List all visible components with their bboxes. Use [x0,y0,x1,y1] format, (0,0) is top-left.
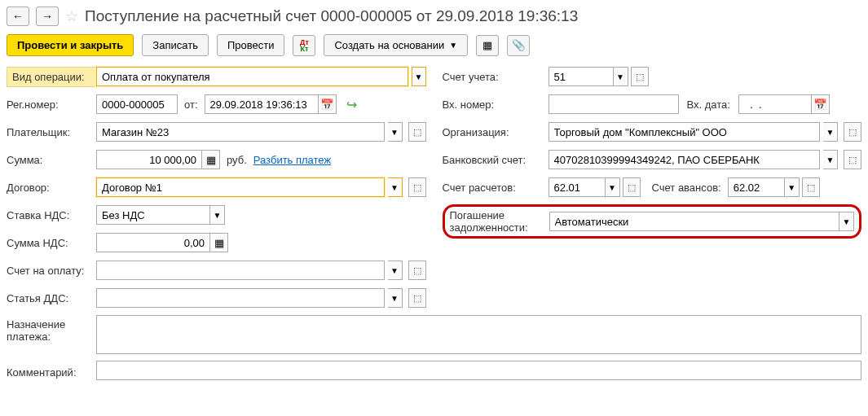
purpose-label: Назначение платежа: [7,315,96,354]
advance-account-label: Счет авансов: [652,182,721,194]
contract-dropdown[interactable]: ▼ [388,177,403,197]
bank-account-open-icon[interactable]: ⬚ [844,150,861,169]
payer-label: Плательщик: [7,126,96,138]
account-open-icon[interactable]: ⬚ [631,67,649,86]
forward-button[interactable]: → [36,7,59,26]
contract-label: Договор: [7,182,96,194]
account-input[interactable] [549,67,614,86]
purpose-textarea[interactable] [96,315,861,354]
favorite-star-icon[interactable]: ☆ [65,7,78,25]
account-dropdown[interactable]: ▼ [614,67,628,86]
create-based-button[interactable]: Создать на основании▼ [324,34,468,56]
sum-input[interactable] [96,150,202,169]
invoice-dropdown[interactable]: ▼ [388,261,403,280]
vat-rate-label: Ставка НДС: [7,209,96,221]
in-number-input[interactable] [549,94,679,114]
sum-label: Сумма: [7,154,96,166]
vat-sum-input[interactable] [96,233,210,252]
debt-repayment-input[interactable] [549,212,840,231]
contract-open-icon[interactable]: ⬚ [408,177,426,197]
date-input[interactable] [205,94,319,114]
comment-input[interactable] [96,361,861,380]
settlement-account-dropdown[interactable]: ▼ [606,177,620,197]
operation-type-label: Вид операции: [7,67,96,87]
post-button[interactable]: Провести [217,34,285,56]
settlement-account-label: Счет расчетов: [443,182,549,194]
organization-dropdown[interactable]: ▼ [823,122,838,142]
settlement-account-input[interactable] [549,177,606,197]
dds-article-label: Статья ДДС: [7,292,96,304]
reg-number-input[interactable] [96,94,178,114]
contract-input[interactable] [96,177,385,197]
debt-repayment-label: Погашение задолженности: [450,209,544,234]
organization-open-icon[interactable]: ⬚ [844,122,861,142]
check-icon[interactable]: ↪ [346,97,357,112]
report-icon-button[interactable]: ▦ [476,35,499,56]
page-title: Поступление на расчетный счет 0000-00000… [85,7,578,25]
bank-account-input[interactable] [549,150,821,169]
in-date-calendar-icon[interactable]: 📅 [812,94,830,114]
comment-label: Комментарий: [7,363,96,379]
back-button[interactable]: ← [7,7,29,26]
ot-label: от: [184,99,198,111]
dds-article-open-icon[interactable]: ⬚ [408,288,426,308]
rub-label: руб. [227,154,247,166]
bank-account-dropdown[interactable]: ▼ [823,150,838,169]
vat-sum-label: Сумма НДС: [7,237,96,249]
vat-rate-input[interactable] [96,205,210,225]
advance-account-input[interactable] [728,177,785,197]
invoice-open-icon[interactable]: ⬚ [408,261,426,280]
organization-input[interactable] [549,122,821,142]
sum-calc-icon[interactable]: ▦ [202,150,220,169]
operation-type-dropdown[interactable]: ▼ [412,67,426,86]
payer-dropdown[interactable]: ▼ [388,122,403,142]
debt-repayment-dropdown[interactable]: ▼ [839,212,854,231]
post-and-close-button[interactable]: Провести и закрыть [7,34,134,56]
dtkt-button[interactable]: ДтКт [293,35,315,56]
debt-repayment-highlight: Погашение задолженности: ▼ [443,204,862,239]
operation-type-input[interactable] [96,67,408,86]
payer-input[interactable] [96,122,385,142]
in-number-label: Вх. номер: [443,99,549,111]
invoice-input[interactable] [96,261,385,280]
split-payment-link[interactable]: Разбить платеж [253,154,331,166]
settlement-account-open-icon[interactable]: ⬚ [623,177,641,197]
account-label: Счет учета: [443,71,549,83]
attach-icon-button[interactable]: 📎 [507,35,530,56]
calendar-icon[interactable]: 📅 [319,94,337,114]
vat-rate-dropdown[interactable]: ▼ [210,205,225,225]
organization-label: Организация: [443,126,549,138]
dds-article-input[interactable] [96,288,385,308]
vat-sum-calc-icon[interactable]: ▦ [210,233,228,252]
reg-number-label: Рег.номер: [7,99,96,111]
bank-account-label: Банковский счет: [443,154,549,166]
in-date-input[interactable] [738,94,812,114]
payer-open-icon[interactable]: ⬚ [408,122,426,142]
dds-article-dropdown[interactable]: ▼ [388,288,403,308]
in-date-label: Вх. дата: [687,99,730,111]
invoice-label: Счет на оплату: [7,265,96,277]
write-button[interactable]: Записать [142,34,209,56]
advance-account-dropdown[interactable]: ▼ [785,177,800,197]
advance-account-open-icon[interactable]: ⬚ [802,177,820,197]
